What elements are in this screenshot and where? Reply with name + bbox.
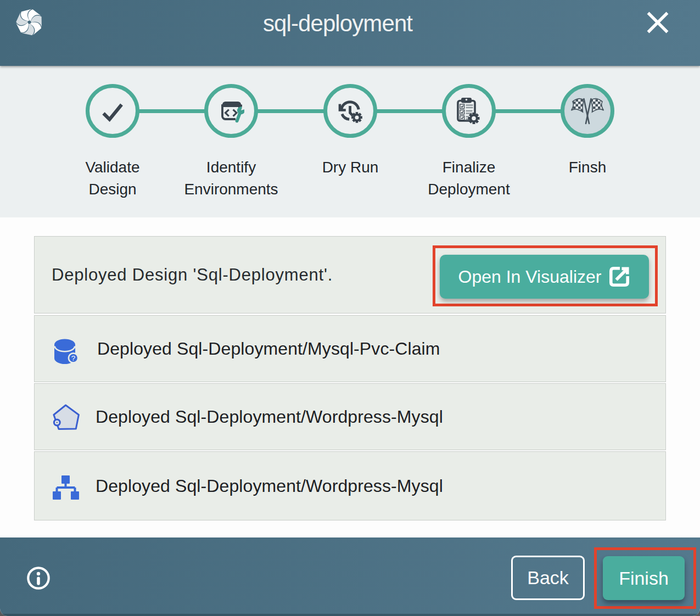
svg-text:?: ? <box>71 354 76 362</box>
